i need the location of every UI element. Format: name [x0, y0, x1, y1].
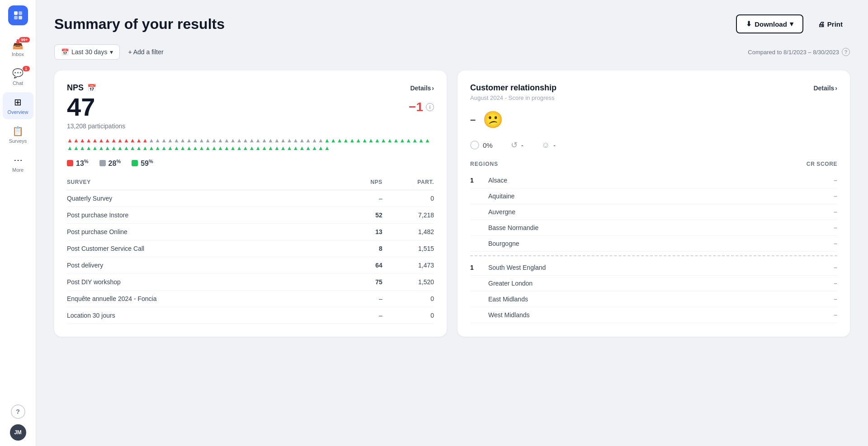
- sidebar-item-overview[interactable]: ⊞ Overview: [3, 92, 33, 119]
- survey-table-row: Post delivery641,473: [67, 257, 434, 273]
- nps-delta: −1 i: [409, 100, 434, 114]
- cr-details-arrow-icon: ›: [835, 85, 837, 92]
- cr-card-header: Customer relationship Details ›: [470, 83, 837, 93]
- date-chevron-icon: ▾: [110, 48, 113, 56]
- passive-dot: [99, 160, 106, 166]
- svg-rect-0: [14, 11, 18, 15]
- more-icon: ⋯: [14, 155, 23, 165]
- passive-pct: 28%: [108, 159, 121, 168]
- nps-details-link[interactable]: Details ›: [410, 85, 434, 92]
- survey-name-cell: Post purchase Online: [67, 223, 345, 240]
- regions-divider: [470, 255, 837, 256]
- svg-rect-2: [14, 16, 18, 19]
- survey-nps-cell: 52: [345, 207, 382, 223]
- nps-details-arrow-icon: ›: [432, 85, 434, 92]
- promoter-dot: [132, 160, 138, 166]
- survey-part-cell: 0: [382, 307, 434, 324]
- sidebar-item-surveys[interactable]: 📋 Surveys: [3, 121, 33, 148]
- region-row: Basse Normandie–: [470, 220, 837, 236]
- sidebar-item-surveys-label: Surveys: [9, 138, 27, 144]
- sidebar: 📥 Inbox 99+ 💬 Chat 1 ⊞ Overview 📋 Survey…: [0, 0, 36, 446]
- cr-score-row: – 😕: [470, 110, 837, 129]
- survey-nps-cell: 64: [345, 257, 382, 273]
- survey-part-cell: 1,520: [382, 273, 434, 290]
- avatar-initials: JM: [14, 429, 22, 436]
- promoter-pct: 59%: [141, 159, 153, 168]
- survey-nps-cell: –: [345, 290, 382, 307]
- svg-rect-3: [19, 16, 22, 19]
- survey-part-cell: 1,473: [382, 257, 434, 273]
- cr-card: Customer relationship Details › August 2…: [458, 70, 850, 337]
- date-range-label: Last 30 days: [71, 48, 107, 56]
- download-icon: ⬇: [746, 20, 752, 28]
- add-filter-button[interactable]: + Add a filter: [125, 45, 166, 59]
- cr-metric-effort: ↺ -: [511, 140, 524, 150]
- page-title: Summary of your results: [54, 16, 225, 33]
- nps-participations: 13,208 participations: [67, 122, 434, 130]
- cr-title-label: Customer relationship: [470, 83, 557, 93]
- download-chevron-icon: ▾: [790, 20, 793, 28]
- sidebar-item-inbox[interactable]: 📥 Inbox 99+: [3, 34, 33, 61]
- app-logo[interactable]: [8, 5, 28, 25]
- regions-header: REGIONS CR score: [470, 161, 837, 167]
- avatar[interactable]: JM: [10, 424, 26, 441]
- survey-table-row: Quaterly Survey–0: [67, 190, 434, 207]
- survey-part-cell: 1,482: [382, 223, 434, 240]
- survey-col-header: SURVEY: [67, 179, 345, 190]
- cr-details-link[interactable]: Details ›: [813, 85, 837, 92]
- part-col-header: Part.: [382, 179, 434, 190]
- nps-card-title: NPS 📅: [67, 83, 96, 93]
- date-range-filter[interactable]: 📅 Last 30 days ▾: [54, 44, 120, 60]
- nps-segments: 13% 28% 59%: [67, 159, 434, 168]
- segment-passive: 28%: [99, 159, 121, 168]
- survey-name-cell: Post Customer Service Call: [67, 240, 345, 257]
- region-row: Greater London–: [470, 276, 837, 291]
- survey-table-row: Post purchase Instore527,218: [67, 207, 434, 223]
- cards-grid: NPS 📅 Details › 47 −1 i 13,208 participa…: [54, 70, 850, 337]
- survey-name-cell: Enquête annuelle 2024 - Foncia: [67, 290, 345, 307]
- sidebar-item-more[interactable]: ⋯ More: [3, 150, 33, 177]
- sidebar-item-inbox-label: Inbox: [12, 52, 24, 57]
- effort-icon: ↺: [511, 140, 518, 150]
- detractor-dot: [67, 160, 73, 166]
- nps-score: 47: [67, 94, 95, 120]
- survey-part-cell: 0: [382, 190, 434, 207]
- calendar-icon: 📅: [61, 48, 69, 56]
- page-header: Summary of your results ⬇ Download ▾ 🖨 P…: [54, 14, 850, 33]
- survey-nps-cell: –: [345, 307, 382, 324]
- sidebar-item-overview-label: Overview: [8, 109, 28, 115]
- surveys-icon: 📋: [12, 126, 24, 136]
- france-regions-table: 1Alsace–Aquitaine–Auvergne–Basse Normand…: [470, 173, 837, 252]
- print-icon: 🖨: [818, 20, 825, 28]
- nps-col-header: NPS: [345, 179, 382, 190]
- nps-calendar-icon: 📅: [87, 84, 96, 92]
- help-button[interactable]: ?: [11, 404, 25, 419]
- survey-part-cell: 0: [382, 290, 434, 307]
- region-row: 1Alsace–: [470, 173, 837, 188]
- chat-badge: 1: [23, 66, 30, 71]
- region-row: East Midlands–: [470, 291, 837, 307]
- cr-metrics: 0% ↺ - ☺ -: [470, 140, 837, 150]
- region-row: Bourgogne–: [470, 236, 837, 252]
- inbox-badge: 99+: [19, 37, 29, 42]
- cr-subtitle: August 2024 - Score in progress: [470, 94, 837, 101]
- survey-name-cell: Post purchase Instore: [67, 207, 345, 223]
- sidebar-item-more-label: More: [12, 167, 24, 173]
- region-row: Auvergne–: [470, 204, 837, 220]
- sidebar-item-chat[interactable]: 💬 Chat 1: [3, 63, 33, 90]
- survey-table-row: Post purchase Online131,482: [67, 223, 434, 240]
- print-label: Print: [827, 20, 843, 28]
- compare-help-icon[interactable]: ?: [842, 48, 850, 56]
- satisfaction-value: 0%: [483, 141, 493, 149]
- nps-score-row: 47 −1 i: [67, 94, 434, 120]
- region-row: 1South West England–: [470, 260, 837, 276]
- download-button[interactable]: ⬇ Download ▾: [736, 14, 803, 33]
- print-button[interactable]: 🖨 Print: [811, 16, 850, 33]
- detractor-pct: 13%: [76, 159, 89, 168]
- nps-delta-info-icon[interactable]: i: [426, 103, 434, 111]
- svg-rect-1: [19, 11, 22, 15]
- survey-table-row: Post DIY workshop751,520: [67, 273, 434, 290]
- add-filter-label: + Add a filter: [128, 48, 163, 56]
- survey-nps-cell: 75: [345, 273, 382, 290]
- uk-regions-table: 1South West England–Greater London–East …: [470, 260, 837, 323]
